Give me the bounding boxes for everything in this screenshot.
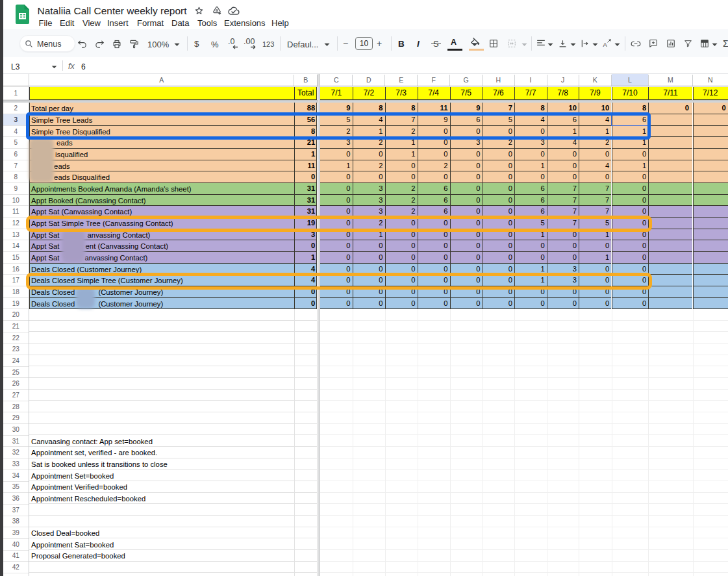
- svg-text:A: A: [603, 42, 608, 48]
